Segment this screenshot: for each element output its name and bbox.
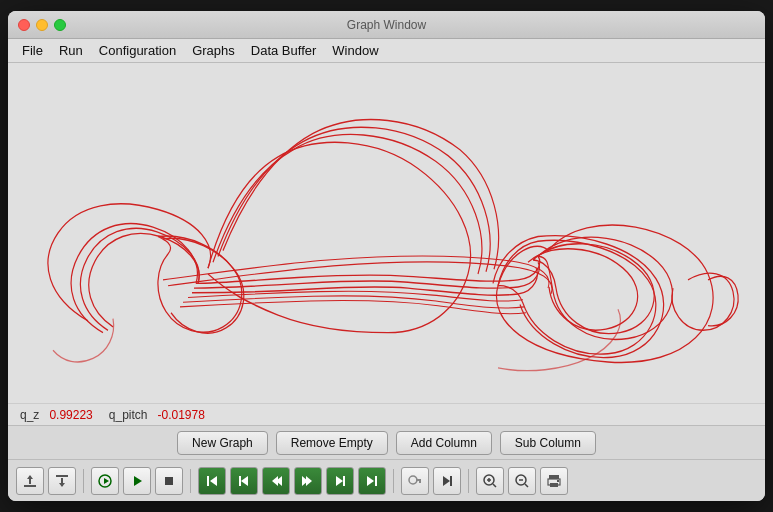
- play-button[interactable]: [123, 467, 151, 495]
- q-pitch-value: -0.01978: [158, 408, 205, 422]
- q-z-status: q_z 0.99223: [20, 408, 93, 422]
- status-bar: q_z 0.99223 q_pitch -0.01978: [8, 403, 765, 425]
- button-bar: New Graph Remove Empty Add Column Sub Co…: [8, 425, 765, 459]
- svg-rect-10: [165, 477, 173, 485]
- separator-3: [393, 469, 394, 493]
- prev-keyframe-icon: [236, 473, 252, 489]
- frame-forward-button[interactable]: [294, 467, 322, 495]
- svg-rect-35: [549, 475, 559, 479]
- svg-marker-21: [367, 476, 374, 486]
- q-pitch-spacer: [151, 408, 154, 422]
- svg-rect-14: [239, 476, 241, 486]
- menu-configuration[interactable]: Configuration: [91, 41, 184, 60]
- svg-point-23: [409, 476, 417, 484]
- svg-rect-0: [8, 63, 765, 403]
- svg-marker-9: [134, 476, 142, 486]
- menu-data-buffer[interactable]: Data Buffer: [243, 41, 325, 60]
- svg-marker-12: [210, 476, 217, 486]
- svg-rect-4: [56, 475, 68, 477]
- prev-keyframe-button[interactable]: [230, 467, 258, 495]
- svg-rect-27: [450, 476, 452, 486]
- svg-line-34: [525, 484, 528, 487]
- skip-last-button[interactable]: [358, 467, 386, 495]
- stop-button[interactable]: [155, 467, 183, 495]
- print-button[interactable]: [540, 467, 568, 495]
- menubar: File Run Configuration Graphs Data Buffe…: [8, 39, 765, 63]
- export-down-button[interactable]: [48, 467, 76, 495]
- svg-rect-25: [419, 481, 421, 483]
- key-icon: [407, 473, 423, 489]
- svg-marker-6: [59, 483, 65, 487]
- svg-rect-22: [375, 476, 377, 486]
- main-window: Graph Window File Run Configuration Grap…: [8, 11, 765, 501]
- svg-marker-19: [336, 476, 343, 486]
- window-title: Graph Window: [347, 18, 426, 32]
- svg-rect-11: [207, 476, 209, 486]
- q-z-spacer: [43, 408, 46, 422]
- next-keyframe-button[interactable]: [326, 467, 354, 495]
- skip-first-icon: [204, 473, 220, 489]
- q-pitch-label: q_pitch: [109, 408, 148, 422]
- maximize-button[interactable]: [54, 19, 66, 31]
- zoom-in-icon: [482, 473, 498, 489]
- svg-line-31: [493, 484, 496, 487]
- zoom-out-button[interactable]: [508, 467, 536, 495]
- zoom-out-icon: [514, 473, 530, 489]
- export-down-icon: [54, 473, 70, 489]
- play-icon: [129, 473, 145, 489]
- zoom-in-button[interactable]: [476, 467, 504, 495]
- play-loop-icon: [97, 473, 113, 489]
- frame-back-icon: [268, 473, 284, 489]
- traffic-lights: [18, 19, 66, 31]
- frame-forward-icon: [300, 473, 316, 489]
- close-button[interactable]: [18, 19, 30, 31]
- key-button[interactable]: [401, 467, 429, 495]
- svg-marker-26: [443, 476, 450, 486]
- skip-last-icon: [364, 473, 380, 489]
- svg-rect-1: [24, 485, 36, 487]
- play-loop-button[interactable]: [91, 467, 119, 495]
- print-icon: [546, 473, 562, 489]
- separator-1: [83, 469, 84, 493]
- q-pitch-status: q_pitch -0.01978: [109, 408, 205, 422]
- frame-back-button[interactable]: [262, 467, 290, 495]
- new-graph-button[interactable]: New Graph: [177, 431, 268, 455]
- export-up-icon: [22, 473, 38, 489]
- graph-canvas[interactable]: [8, 63, 765, 403]
- q-z-value: 0.99223: [49, 408, 92, 422]
- titlebar: Graph Window: [8, 11, 765, 39]
- next-keyframe-icon: [332, 473, 348, 489]
- graph-area: [8, 63, 765, 403]
- svg-rect-24: [416, 479, 421, 481]
- export-up-button[interactable]: [16, 467, 44, 495]
- svg-marker-13: [241, 476, 248, 486]
- separator-2: [190, 469, 191, 493]
- add-column-button[interactable]: Add Column: [396, 431, 492, 455]
- remove-empty-button[interactable]: Remove Empty: [276, 431, 388, 455]
- minimize-button[interactable]: [36, 19, 48, 31]
- svg-rect-37: [550, 483, 558, 487]
- menu-run[interactable]: Run: [51, 41, 91, 60]
- menu-file[interactable]: File: [14, 41, 51, 60]
- toolbar: [8, 459, 765, 501]
- bookmark-nav-button[interactable]: [433, 467, 461, 495]
- sub-column-button[interactable]: Sub Column: [500, 431, 596, 455]
- skip-first-button[interactable]: [198, 467, 226, 495]
- svg-rect-20: [343, 476, 345, 486]
- menu-graphs[interactable]: Graphs: [184, 41, 243, 60]
- svg-rect-38: [557, 480, 559, 482]
- q-z-label: q_z: [20, 408, 39, 422]
- svg-marker-3: [27, 475, 33, 479]
- svg-marker-8: [104, 478, 109, 484]
- bookmark-nav-icon: [439, 473, 455, 489]
- stop-icon: [161, 473, 177, 489]
- separator-4: [468, 469, 469, 493]
- menu-window[interactable]: Window: [324, 41, 386, 60]
